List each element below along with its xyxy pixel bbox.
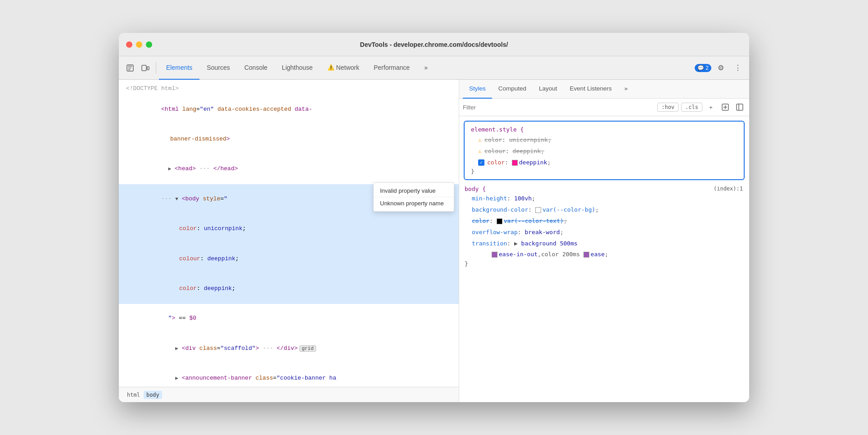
rule-close: } [471,168,737,175]
transition-arrow[interactable]: ▶ [514,239,518,249]
settings-icon: ⚙ [718,63,724,72]
element-style-rule: element.style { ⚠ color : unicornpink ; … [464,121,745,180]
toggle-sidebar-button[interactable] [734,101,746,113]
dom-line: <html lang="en" data-cookies-accepted da… [119,95,459,124]
warn-icon-unicornpink: ⚠ [478,136,482,145]
breadcrumb-body[interactable]: body [144,391,162,399]
more-icon: ⋮ [734,63,741,72]
prop-overflow-wrap: overflow-wrap : break-word ; [465,227,744,238]
dom-panel: <!DOCTYPE html> <html lang="en" data-coo… [119,80,459,402]
dom-announcement: ▶ <announcement-banner class="cookie-ban… [119,363,459,387]
dom-colour-line: colour: deeppink; [119,244,459,274]
dom-line: ▶ <head> ··· </head> [119,154,459,184]
prop-color-text: color : var(--color-text) ; [465,216,744,227]
force-state-button[interactable] [719,101,731,113]
tooltip-popup: Invalid property value Unknown property … [373,182,454,212]
tab-layout[interactable]: Layout [533,80,564,99]
tab-styles[interactable]: Styles [463,80,492,99]
tab-sources[interactable]: Sources [199,56,237,80]
breadcrumb: html body [119,387,459,402]
cls-button[interactable]: .cls [681,103,702,112]
title-bar: DevTools - developer.chrome.com/docs/dev… [119,33,749,56]
dom-line: <!DOCTYPE html> [119,83,459,95]
message-icon: 💬 [697,65,704,71]
tab-styles-more[interactable]: » [618,80,634,99]
devtools-window: DevTools - developer.chrome.com/docs/dev… [119,33,749,402]
dom-deeppink-line: color: deeppink; [119,274,459,304]
prop-bg-color: background-color : var(--color-bg) ; [465,204,744,216]
prop-min-height: min-height : 100vh ; [465,193,744,204]
chevron-right-icon: » [424,64,428,71]
svg-rect-4 [737,104,743,110]
prop-transition: transition : ▶ background 500ms [465,238,744,249]
traffic-lights [126,41,152,48]
right-toolbar: 💬 2 ⚙ ⋮ [695,60,746,76]
styles-content[interactable]: element.style { ⚠ color : unicornpink ; … [459,116,749,402]
breadcrumb-html[interactable]: html [124,391,143,399]
tab-performance[interactable]: Performance [366,56,417,80]
tab-console[interactable]: Console [237,56,275,80]
tab-more[interactable]: » [417,56,435,80]
unknown-prop-tooltip: Unknown property name [374,197,454,209]
minimize-button[interactable] [136,41,142,48]
devtools-tab-bar: Elements Sources Console Lighthouse ⚠️ N… [119,56,749,80]
maximize-button[interactable] [146,41,152,48]
more-menu-button[interactable]: ⋮ [730,60,746,76]
tab-elements[interactable]: Elements [159,56,199,80]
network-warn-icon: ⚠️ [327,64,335,71]
body-rule: (index):1 body { min-height : 100vh ; ba… [459,183,749,270]
separator [156,62,156,74]
window-title: DevTools - developer.chrome.com/docs/dev… [360,41,508,48]
prop-line-unicornpink: ⚠ color : unicornpink ; [471,135,737,146]
invalid-value-tooltip: Invalid property value [374,185,454,197]
cursor-icon[interactable] [122,60,138,76]
rule-source[interactable]: (index):1 [714,186,743,192]
dom-line: banner-dismissed> [119,124,459,154]
body-rule-close: } [465,260,744,267]
prop-line-colour: ⚠ colour : deeppink ; [471,146,737,157]
settings-button[interactable]: ⚙ [713,60,728,76]
styles-more-icon: » [624,85,628,92]
dom-scaffold: ▶ <div class="scaffold"> ··· </div>grid [119,334,459,363]
hov-button[interactable]: :hov [657,103,678,112]
close-button[interactable] [126,41,132,48]
filter-bar: :hov .cls + [459,99,749,116]
warn-icon-colour: ⚠ [478,147,482,156]
messages-badge[interactable]: 💬 2 [695,64,711,72]
prop-line-deeppink: ✓ color : deeppink ; [471,157,737,168]
tab-event-listeners[interactable]: Event Listeners [564,80,618,99]
svg-rect-2 [147,67,149,70]
add-style-button[interactable]: + [705,101,717,113]
dom-body-close: "> == $0 [119,304,459,334]
dom-color-line: color: unicornpink; [119,214,459,244]
styles-panel: Styles Computed Layout Event Listeners » [459,80,749,402]
tab-lighthouse[interactable]: Lighthouse [275,56,320,80]
tab-network[interactable]: ⚠️ Network [320,56,366,80]
rule-selector: element.style { [471,126,737,133]
prop-transition-2: ease-in-out ,color 200ms ease ; [465,249,744,260]
dom-content[interactable]: <!DOCTYPE html> <html lang="en" data-coo… [119,80,459,387]
tab-computed[interactable]: Computed [492,80,533,99]
svg-rect-1 [142,65,146,71]
prop-checkbox[interactable]: ✓ [478,159,484,166]
styles-tab-bar: Styles Computed Layout Event Listeners » [459,80,749,99]
content-area: <!DOCTYPE html> <html lang="en" data-coo… [119,80,749,402]
body-selector: body { [465,186,744,192]
device-icon[interactable] [138,60,153,76]
filter-input[interactable] [463,101,655,113]
